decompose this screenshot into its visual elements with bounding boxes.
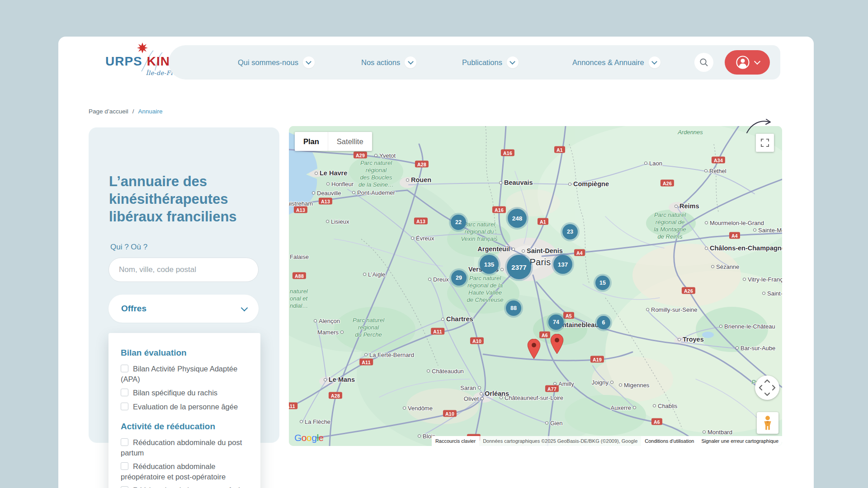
chevron-down-icon — [649, 56, 660, 68]
checkbox[interactable] — [121, 486, 128, 488]
map-cluster[interactable]: 74 — [548, 314, 564, 330]
breadcrumb: Page d’accueil / Annuaire — [89, 108, 163, 115]
checkbox[interactable] — [121, 365, 128, 372]
map-attribution: Raccourcis clavier Données cartographiqu… — [432, 436, 782, 446]
chevron-glyph — [408, 59, 414, 65]
checkbox[interactable] — [121, 389, 128, 396]
filter-checkbox-label: Rééducation abdominale du post partum — [121, 438, 242, 457]
offers-filter-panel: Bilan évaluationBilan Activité Physique … — [108, 333, 260, 488]
keyboard-shortcuts-button[interactable]: Raccourcis clavier — [432, 436, 479, 446]
page-title: L’annuaire des kinésithérapeutes libérau… — [109, 173, 260, 225]
chevron-down-icon — [754, 58, 760, 65]
filter-group-heading: Bilan évaluation — [121, 348, 250, 358]
search-input[interactable] — [108, 258, 259, 282]
checkbox[interactable] — [121, 462, 128, 470]
map-cluster[interactable]: 15 — [595, 276, 610, 290]
filter-checkbox-row[interactable]: Rééducation de la personne âgée et/ou en… — [121, 485, 250, 488]
map-type-plan[interactable]: Plan — [295, 132, 328, 151]
nav-item-label: Qui sommes-nous — [238, 58, 298, 67]
fullscreen-icon — [760, 138, 770, 148]
search-icon — [698, 57, 709, 68]
report-link[interactable]: Signaler une erreur cartographique — [698, 436, 782, 446]
map-pin[interactable] — [550, 334, 564, 356]
search-label: Qui ? Où ? — [110, 243, 147, 252]
breadcrumb-current[interactable]: Annuaire — [138, 108, 163, 115]
chevron-glyph — [306, 59, 312, 65]
map[interactable]: Parc naturelrégionaldes Bouclesde la Sei… — [289, 126, 782, 446]
map-cluster[interactable]: 29 — [451, 270, 467, 286]
account-button[interactable] — [725, 50, 770, 75]
nav-item-2[interactable]: Nos actions — [361, 45, 416, 80]
map-type-satellite[interactable]: Satellite — [328, 132, 372, 151]
checkbox[interactable] — [121, 403, 128, 410]
logo-star-icon — [137, 42, 148, 53]
nav-item-label: Nos actions — [361, 58, 400, 67]
offers-label: Offres — [121, 304, 146, 314]
map-pin[interactable] — [527, 339, 541, 361]
fullscreen-button[interactable] — [756, 134, 774, 152]
nav-item-4[interactable]: Annonces & Annuaire — [572, 45, 660, 80]
map-markers-layer: 22248231352377137291588746 — [289, 126, 782, 446]
map-cluster[interactable]: 23 — [562, 224, 578, 239]
nav-item-3[interactable]: Publications — [462, 45, 519, 80]
map-type-control: Plan Satellite — [295, 132, 372, 151]
filter-checkbox-label: Rééducation de la personne âgée et/ou en… — [121, 486, 245, 488]
search-button[interactable] — [694, 53, 713, 72]
filter-checkbox-row[interactable]: Bilan Activité Physique Adaptée (APA) — [121, 364, 250, 384]
breadcrumb-separator: / — [132, 108, 134, 115]
chevron-glyph — [651, 59, 657, 65]
content-card: URPSKINÉ Île-de-France Qui sommes-nousNo… — [58, 37, 814, 488]
pan-arrows-icon — [755, 375, 779, 400]
account-icon — [736, 55, 750, 70]
filter-group-heading: Activité de rééducation — [121, 422, 250, 432]
chevron-down-icon — [405, 56, 416, 68]
filter-checkbox-row[interactable]: Rééducation abdominale préopératoire et … — [121, 461, 250, 482]
pan-control[interactable] — [755, 375, 779, 400]
nav-item-label: Publications — [462, 58, 502, 67]
map-cluster[interactable]: 135 — [480, 255, 499, 274]
chevron-down-icon — [241, 304, 248, 311]
filter-checkbox-label: Rééducation abdominale préopératoire et … — [121, 462, 226, 481]
filter-checkbox-row[interactable]: Rééducation abdominale du post partum — [121, 437, 250, 458]
logo-text-urps: URPS — [105, 54, 142, 68]
filter-checkbox-label: Bilan spécifique du rachis — [133, 389, 217, 397]
chevron-glyph — [510, 59, 516, 65]
map-cluster[interactable]: 137 — [553, 255, 572, 274]
pegman-icon — [762, 415, 774, 431]
map-cluster[interactable]: 2377 — [507, 255, 531, 279]
checkbox[interactable] — [121, 438, 128, 446]
terms-link[interactable]: Conditions d'utilisation — [641, 436, 698, 446]
filter-checkbox-row[interactable]: Bilan spécifique du rachis — [121, 388, 250, 398]
map-cluster[interactable]: 248 — [508, 209, 527, 228]
filter-group: Activité de rééducationRééducation abdom… — [121, 422, 250, 488]
main-nav: Qui sommes-nousNos actionsPublicationsAn… — [169, 45, 780, 80]
map-cluster[interactable]: 22 — [451, 215, 466, 230]
filter-checkbox-row[interactable]: Evaluation de la personne âgée — [121, 402, 250, 412]
map-cluster[interactable]: 88 — [506, 300, 521, 316]
nav-item-label: Annonces & Annuaire — [572, 58, 644, 67]
pegman-control[interactable] — [757, 412, 778, 434]
google-logo: Google — [294, 432, 324, 443]
filter-checkbox-label: Bilan Activité Physique Adaptée (APA) — [121, 365, 237, 383]
offers-dropdown[interactable]: Offres — [108, 295, 259, 323]
filter-checkbox-label: Evaluation de la personne âgée — [133, 403, 238, 411]
map-data-text: Données cartographiques ©2025 GeoBasis-D… — [479, 436, 641, 446]
breadcrumb-home[interactable]: Page d’accueil — [89, 108, 128, 115]
nav-item-1[interactable]: Qui sommes-nous — [238, 45, 315, 80]
filter-group: Bilan évaluationBilan Activité Physique … — [121, 348, 250, 412]
map-cluster[interactable]: 6 — [597, 316, 610, 329]
chevron-down-icon — [303, 56, 315, 68]
chevron-down-icon — [507, 56, 519, 68]
